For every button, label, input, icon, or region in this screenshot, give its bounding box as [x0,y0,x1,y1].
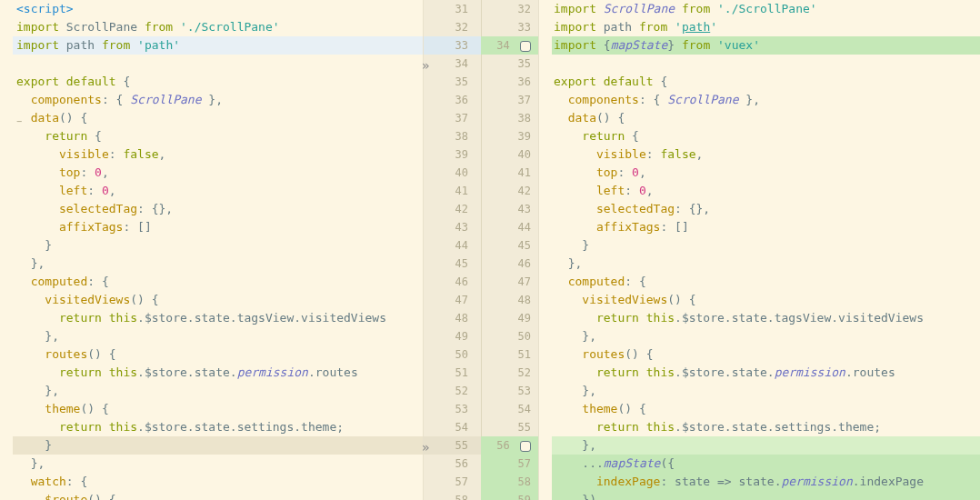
line-number[interactable]: 57 [481,455,538,473]
line-number[interactable]: 33 [424,36,481,55]
line-number[interactable]: 59 [481,491,538,500]
line-number[interactable]: 51 [481,345,538,364]
line-number[interactable]: 58 [424,491,481,500]
code-line[interactable]: routes() { [552,345,980,364]
code-line[interactable]: }, [13,255,423,273]
line-number[interactable]: 42 [481,182,538,200]
code-line[interactable]: left: 0, [13,182,423,200]
code-line[interactable]: − data() { [13,109,423,127]
code-line[interactable]: components: { ScrollPane }, [13,91,423,109]
code-line[interactable]: affixTags: [] [13,218,423,236]
code-line-added[interactable]: ...mapState({ [552,455,980,473]
code-line[interactable]: export default { [13,73,423,91]
left-code-pane[interactable]: <script> import ScrollPane from './Scrol… [0,0,423,500]
line-number[interactable]: 38 [481,109,538,127]
code-line[interactable]: }, [13,382,423,400]
code-line[interactable]: $route() { [13,491,423,500]
code-line-cursor[interactable]: } [13,436,423,455]
line-number[interactable]: 35 [481,55,538,73]
line-number[interactable]: 54 [424,418,481,436]
line-number[interactable]: 53 [424,400,481,418]
line-number[interactable]: 33 [481,18,538,36]
code-line[interactable]: selectedTag: {}, [552,200,980,218]
line-number[interactable]: 57 [424,473,481,491]
line-number[interactable]: 47 [424,291,481,309]
code-line[interactable]: }, [552,327,980,345]
line-number[interactable]: 46 [424,273,481,291]
line-number[interactable]: »34 [424,55,481,73]
line-number[interactable]: 58 [481,473,538,491]
code-line[interactable]: }, [552,382,980,400]
line-number[interactable]: 38 [424,127,481,145]
line-number[interactable]: 32 [424,18,481,36]
code-line[interactable]: return this.$store.state.permission.rout… [13,364,423,382]
code-line[interactable]: watch: { [13,473,423,491]
line-number[interactable]: 49 [424,327,481,345]
code-line[interactable]: import path from 'path' [552,18,980,36]
line-number[interactable]: 56 [481,436,538,455]
code-line[interactable]: top: 0, [552,164,980,182]
code-line[interactable]: return this.$store.state.permission.rout… [552,364,980,382]
line-number[interactable]: 46 [481,255,538,273]
diff-checkbox[interactable] [520,41,531,52]
line-number[interactable]: 40 [424,164,481,182]
line-number[interactable]: 48 [481,291,538,309]
code-line[interactable]: import path from 'path' [13,36,423,55]
line-number[interactable]: 54 [481,400,538,418]
code-line[interactable]: computed: { [13,273,423,291]
line-number[interactable]: 55 [481,418,538,436]
apply-right-icon[interactable]: » [422,438,429,456]
line-number[interactable]: 41 [481,164,538,182]
code-line[interactable]: }, [13,455,423,473]
line-number[interactable]: 56 [424,455,481,473]
line-number[interactable]: 39 [481,127,538,145]
line-number[interactable]: 35 [424,73,481,91]
code-line[interactable]: computed: { [552,273,980,291]
code-line[interactable]: theme() { [13,400,423,418]
apply-right-icon[interactable]: » [422,56,429,75]
line-number[interactable]: 31 [424,0,481,18]
code-line[interactable]: return this.$store.state.tagsView.visite… [13,309,423,327]
code-line[interactable]: routes() { [13,345,423,364]
line-number[interactable]: 41 [424,182,481,200]
code-line[interactable]: } [552,236,980,255]
code-line[interactable]: left: 0, [552,182,980,200]
code-line-empty[interactable] [552,55,980,73]
code-line[interactable]: selectedTag: {}, [13,200,423,218]
line-number[interactable]: 45 [424,255,481,273]
code-line[interactable]: } [13,236,423,255]
line-number[interactable]: 43 [424,218,481,236]
line-number[interactable]: 47 [481,273,538,291]
line-number[interactable]: 37 [424,109,481,127]
code-line[interactable]: return this.$store.state.settings.theme; [13,418,423,436]
line-number[interactable]: 44 [481,218,538,236]
code-line-added[interactable]: }) [552,491,980,500]
line-number[interactable]: 49 [481,309,538,327]
line-number[interactable]: 48 [424,309,481,327]
code-line[interactable]: data() { [552,109,980,127]
code-line[interactable]: visible: false, [13,145,423,164]
code-line[interactable]: return this.$store.state.tagsView.visite… [552,309,980,327]
line-number[interactable]: 45 [481,236,538,255]
line-number[interactable]: 52 [481,364,538,382]
code-line[interactable]: }, [13,327,423,345]
code-line[interactable]: export default { [552,73,980,91]
line-number[interactable]: 50 [424,345,481,364]
right-code-pane[interactable]: import ScrollPane from './ScrollPane' im… [539,0,980,500]
code-line[interactable]: affixTags: [] [552,218,980,236]
code-line-empty[interactable] [13,55,423,73]
code-line[interactable]: import ScrollPane from './ScrollPane' [13,18,423,36]
line-number[interactable]: »55 [424,436,481,455]
code-line[interactable]: return { [13,127,423,145]
line-number[interactable]: 44 [424,236,481,255]
code-line-added[interactable]: }, [552,436,980,455]
code-line-added[interactable]: indexPage: state => state.permission.ind… [552,473,980,491]
code-line[interactable]: return { [552,127,980,145]
line-number[interactable]: 43 [481,200,538,218]
line-number[interactable]: 51 [424,364,481,382]
line-number[interactable]: 37 [481,91,538,109]
code-line[interactable]: <script> [13,0,423,18]
line-number[interactable]: 39 [424,145,481,164]
code-line[interactable]: components: { ScrollPane }, [552,91,980,109]
line-number[interactable]: 52 [424,382,481,400]
